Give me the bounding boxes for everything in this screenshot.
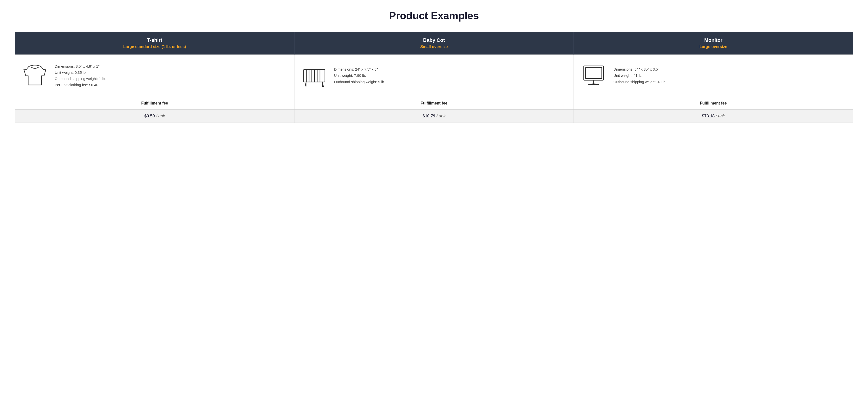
header-babycot: Baby Cot Small oversize <box>294 32 574 55</box>
babycot-details-cell: Dimensions: 24" x 7.5" x 6" Unit weight:… <box>294 55 574 97</box>
tshirt-name: T-shirt <box>20 37 289 43</box>
monitor-size: Large oversize <box>579 45 848 49</box>
tshirt-fee-value: $3.59 / unit <box>15 110 294 123</box>
babycot-size: Small oversize <box>300 45 568 49</box>
svg-rect-11 <box>584 66 603 80</box>
page-title: Product Examples <box>15 10 853 22</box>
babycot-name: Baby Cot <box>300 37 568 43</box>
monitor-details-cell: Dimensions: 54" x 35" x 3.5" Unit weight… <box>574 55 853 97</box>
fee-label-row: Fulfillment fee Fulfillment fee Fulfillm… <box>15 97 853 110</box>
header-monitor: Monitor Large oversize <box>574 32 853 55</box>
fee-value-row: $3.59 / unit $10.79 / unit $73.18 / unit <box>15 110 853 123</box>
monitor-icon <box>579 62 609 89</box>
product-examples-table: T-shirt Large standard size (1 lb. or le… <box>15 32 853 123</box>
header-tshirt: T-shirt Large standard size (1 lb. or le… <box>15 32 294 55</box>
monitor-name: Monitor <box>579 37 848 43</box>
svg-rect-12 <box>585 67 602 79</box>
table-header-row: T-shirt Large standard size (1 lb. or le… <box>15 32 853 55</box>
tshirt-icon <box>20 62 50 89</box>
tshirt-fee-label: Fulfillment fee <box>15 97 294 110</box>
tshirt-info: Dimensions: 8.5" x 4.8" x 1" Unit weight… <box>55 63 106 88</box>
monitor-info: Dimensions: 54" x 35" x 3.5" Unit weight… <box>613 66 666 85</box>
tshirt-size: Large standard size (1 lb. or less) <box>20 45 289 49</box>
babycot-info: Dimensions: 24" x 7.5" x 6" Unit weight:… <box>334 66 385 85</box>
babycot-fee-label: Fulfillment fee <box>294 97 574 110</box>
babycot-fee-value: $10.79 / unit <box>294 110 574 123</box>
babycot-icon <box>300 62 329 89</box>
details-row: Dimensions: 8.5" x 4.8" x 1" Unit weight… <box>15 55 853 97</box>
monitor-fee-value: $73.18 / unit <box>574 110 853 123</box>
monitor-fee-label: Fulfillment fee <box>574 97 853 110</box>
tshirt-details-cell: Dimensions: 8.5" x 4.8" x 1" Unit weight… <box>15 55 294 97</box>
